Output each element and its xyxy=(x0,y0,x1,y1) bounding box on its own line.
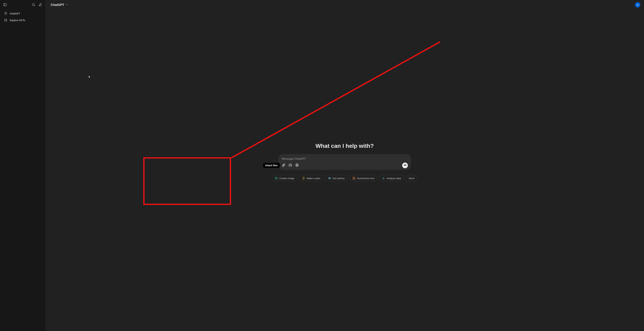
image-icon xyxy=(275,177,278,180)
svg-line-3 xyxy=(34,5,35,6)
voice-input-button[interactable] xyxy=(402,162,408,168)
svg-point-5 xyxy=(6,19,7,20)
collapse-sidebar-button[interactable] xyxy=(2,2,8,8)
globe-icon xyxy=(295,163,299,168)
grid-icon xyxy=(4,18,8,22)
sidebar-item-explore-gpts[interactable]: Explore GPTs xyxy=(1,17,44,24)
bar-chart-icon xyxy=(382,177,385,180)
toolbox-icon xyxy=(288,163,292,168)
waveform-icon xyxy=(404,164,406,167)
chip-label: Make a plan xyxy=(306,177,320,180)
tooltip-attach-files: Attach files xyxy=(263,163,280,168)
paperclip-icon xyxy=(282,163,286,168)
search-button[interactable] xyxy=(30,2,36,8)
sidebar-item-label: Explore GPTs xyxy=(10,19,25,22)
chip-make-a-plan[interactable]: Make a plan xyxy=(299,175,323,181)
composer: Attach files xyxy=(278,154,411,170)
composer-toolbar: Attach files xyxy=(282,162,408,168)
document-icon xyxy=(352,177,355,180)
svg-point-7 xyxy=(6,21,7,21)
svg-point-2 xyxy=(32,4,34,6)
chip-create-image[interactable]: Create image xyxy=(272,175,297,181)
chip-get-advice[interactable]: Get advice xyxy=(325,175,348,181)
chip-analyze-data[interactable]: Analyze data xyxy=(379,175,404,181)
chip-label: Get advice xyxy=(332,177,345,180)
svg-point-18 xyxy=(276,178,276,178)
svg-rect-0 xyxy=(4,4,6,6)
message-input[interactable] xyxy=(282,156,408,161)
graduation-cap-icon xyxy=(328,177,331,180)
sidebar: ChatGPT Explore GPTs xyxy=(0,0,45,331)
center-stage: What can I help with? Attach files xyxy=(45,1,644,322)
svg-point-6 xyxy=(5,21,5,21)
chip-label: Summarize text xyxy=(357,177,374,180)
hero-title: What can I help with? xyxy=(316,142,374,149)
panel-icon xyxy=(3,3,7,7)
chip-label: Analyze data xyxy=(386,177,401,180)
chip-summarize-text[interactable]: Summarize text xyxy=(350,175,377,181)
sidebar-item-chatgpt[interactable]: ChatGPT xyxy=(1,10,44,17)
web-button[interactable] xyxy=(295,163,299,168)
openai-logo-icon xyxy=(4,12,8,16)
sidebar-item-label: ChatGPT xyxy=(10,12,20,15)
attach-files-button[interactable]: Attach files xyxy=(282,163,286,168)
chip-label: More xyxy=(409,177,414,180)
suggestion-chips: Create image Make a plan Get advice Summ… xyxy=(272,175,418,181)
svg-point-4 xyxy=(5,19,5,20)
search-icon xyxy=(32,3,36,7)
new-chat-button[interactable] xyxy=(37,2,43,8)
main-area: ChatGPT N What can I help with? Attach f… xyxy=(45,0,644,331)
chip-label: Create image xyxy=(279,177,294,180)
lightbulb-icon xyxy=(302,177,305,180)
sidebar-top-row xyxy=(0,1,45,10)
edit-icon xyxy=(38,3,42,7)
chip-more[interactable]: More xyxy=(406,175,418,181)
tools-button[interactable] xyxy=(288,163,292,168)
